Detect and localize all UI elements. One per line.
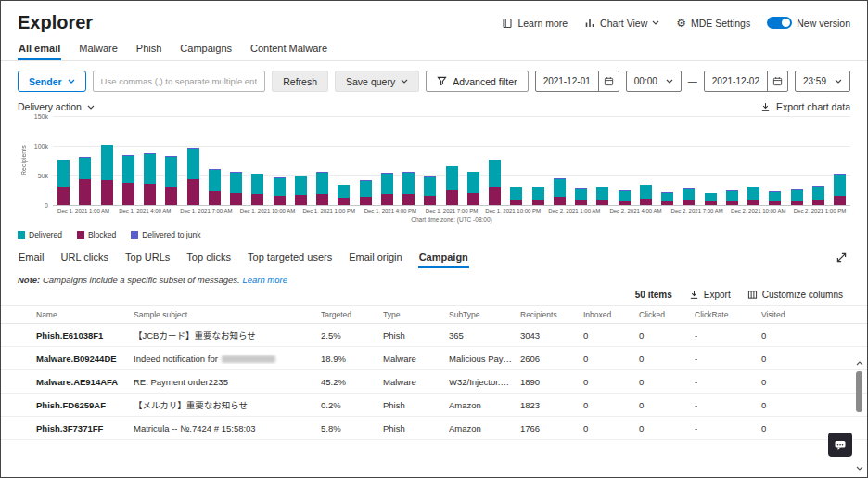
chart-bar[interactable] — [812, 186, 824, 205]
column-header-clickrate[interactable]: ClickRate — [695, 310, 761, 319]
chart-bar[interactable] — [489, 160, 501, 205]
bar-segment-delivered — [640, 185, 652, 199]
feedback-button[interactable] — [828, 433, 852, 457]
chart-bar[interactable] — [661, 192, 673, 205]
tab-campaigns[interactable]: Campaigns — [179, 37, 233, 60]
view-tab-top-clicks[interactable]: Top clicks — [185, 246, 232, 268]
column-header-subtype[interactable]: SubType — [449, 310, 520, 319]
chart-bar[interactable] — [209, 169, 221, 205]
chart-bar[interactable] — [683, 188, 695, 205]
column-header-sample-subject[interactable]: Sample subject — [134, 310, 321, 319]
chart-bar[interactable] — [619, 190, 631, 205]
tab-malware[interactable]: Malware — [78, 37, 119, 60]
vertical-scrollbar[interactable] — [853, 357, 865, 474]
new-version-toggle[interactable]: New version — [767, 17, 850, 29]
chart-bar[interactable] — [165, 156, 177, 205]
export-chart-button[interactable]: Export chart data — [760, 101, 850, 112]
chart-bar[interactable] — [144, 153, 156, 205]
chart-view-dropdown[interactable]: Chart View — [584, 18, 659, 29]
chart-bar[interactable] — [360, 180, 372, 205]
chart-bar[interactable] — [596, 187, 608, 205]
chart-bar[interactable] — [101, 145, 113, 205]
view-tab-top-urls[interactable]: Top URLs — [124, 246, 171, 268]
column-header-inboxed[interactable]: Inboxed — [583, 310, 639, 319]
column-header-clicked[interactable]: Clicked — [639, 310, 695, 319]
start-date-picker[interactable]: 2021-12-01 — [535, 71, 619, 92]
chart-bar[interactable] — [554, 178, 566, 205]
view-tab-top-targeted-users[interactable]: Top targeted users — [247, 246, 333, 268]
table-row[interactable]: Phish.E61038F1【JCBカード】重要なお知らせ2.5%Phish36… — [1, 324, 867, 347]
chart-bar[interactable] — [510, 187, 522, 205]
note-text: Campaigns include a specific subset of m… — [40, 275, 242, 285]
end-time-select[interactable]: 23:59 — [795, 71, 850, 92]
calendar-icon[interactable] — [598, 71, 619, 91]
tab-all-email[interactable]: All email — [18, 37, 61, 60]
chart-bar[interactable] — [402, 172, 415, 205]
column-header-visited[interactable]: Visited — [761, 310, 817, 319]
advanced-filter-button[interactable]: Advanced filter — [426, 71, 528, 92]
export-button[interactable]: Export — [689, 290, 731, 300]
chart-bar[interactable] — [532, 187, 544, 205]
bar-segment-blocked — [424, 196, 436, 205]
bar-segment-delivered — [575, 189, 587, 200]
bar-segment-delivered — [230, 173, 242, 193]
toggle-switch[interactable] — [767, 17, 792, 29]
tab-phish[interactable]: Phish — [135, 37, 163, 60]
table-row[interactable]: Phish.FD6259AF【メルカリ】重要なお知らせ0.2%PhishAmaz… — [1, 394, 867, 417]
scrollbar-thumb[interactable] — [856, 371, 862, 412]
chart-bar[interactable] — [381, 173, 393, 205]
end-date-picker[interactable]: 2021-12-02 — [704, 71, 788, 92]
chart-bar[interactable] — [747, 187, 760, 205]
view-tab-campaign[interactable]: Campaign — [418, 246, 469, 268]
mde-settings-button[interactable]: ⚙ MDE Settings — [676, 18, 750, 29]
start-time-select[interactable]: 00:00 — [626, 71, 682, 92]
chart-bar[interactable] — [705, 193, 717, 205]
chart-bar[interactable] — [251, 174, 263, 205]
column-header-targeted[interactable]: Targeted — [321, 310, 383, 319]
learn-more-button[interactable]: Learn more — [502, 18, 568, 29]
column-header-recipients[interactable]: Recipients — [520, 310, 583, 319]
scroll-down-icon[interactable] — [853, 462, 865, 474]
customize-columns-button[interactable]: Customize columns — [747, 290, 843, 300]
view-tab-url-clicks[interactable]: URL clicks — [60, 246, 110, 268]
delivery-action-dropdown[interactable]: Delivery action — [18, 101, 95, 112]
refresh-button[interactable]: Refresh — [272, 71, 328, 92]
chart-bar[interactable] — [467, 172, 479, 205]
cell-type: Malware — [383, 354, 449, 364]
chart-bar[interactable] — [230, 172, 242, 205]
chart-bar[interactable] — [446, 166, 458, 205]
scroll-up-icon[interactable] — [853, 357, 865, 369]
tab-content-malware[interactable]: Content Malware — [249, 37, 328, 60]
chart-bar[interactable] — [187, 148, 199, 205]
filter-input[interactable] — [93, 71, 266, 92]
chart-bar[interactable] — [295, 176, 307, 205]
calendar-icon[interactable] — [767, 71, 787, 91]
table-row[interactable]: Phish.3F7371FFMatricula -- №.7424 # 15:5… — [1, 417, 867, 440]
chart-bar[interactable] — [338, 185, 350, 205]
column-header-name[interactable]: Name — [36, 310, 134, 319]
sender-filter-button[interactable]: Sender — [18, 71, 86, 92]
table-row[interactable]: Malware.B09244DEIndeed notification for1… — [1, 347, 867, 370]
chart-bar[interactable] — [769, 191, 781, 205]
chart-bar[interactable] — [726, 190, 738, 205]
chart-bar[interactable] — [791, 189, 803, 205]
cell-type: Malware — [383, 377, 449, 387]
chart-bar[interactable] — [316, 172, 328, 205]
expand-view-button[interactable] — [832, 248, 850, 266]
legend-swatch — [131, 231, 138, 239]
chart-bar[interactable] — [640, 185, 652, 205]
column-header-type[interactable]: Type — [383, 310, 449, 319]
bar-segment-delivered — [619, 191, 631, 201]
chart-bar[interactable] — [122, 155, 134, 205]
table-row[interactable]: Malware.AE914AFARE: Payment order223545.… — [1, 370, 867, 394]
save-query-dropdown[interactable]: Save query — [335, 71, 419, 92]
chart-bar[interactable] — [79, 157, 91, 205]
chart-bar[interactable] — [57, 160, 70, 205]
view-tab-email[interactable]: Email — [18, 246, 45, 268]
chart-bar[interactable] — [834, 174, 846, 205]
note-learn-more-link[interactable]: Learn more — [242, 275, 287, 285]
chart-bar[interactable] — [424, 176, 436, 205]
chart-bar[interactable] — [274, 177, 286, 205]
view-tab-email-origin[interactable]: Email origin — [348, 246, 402, 268]
chart-bar[interactable] — [575, 188, 587, 205]
